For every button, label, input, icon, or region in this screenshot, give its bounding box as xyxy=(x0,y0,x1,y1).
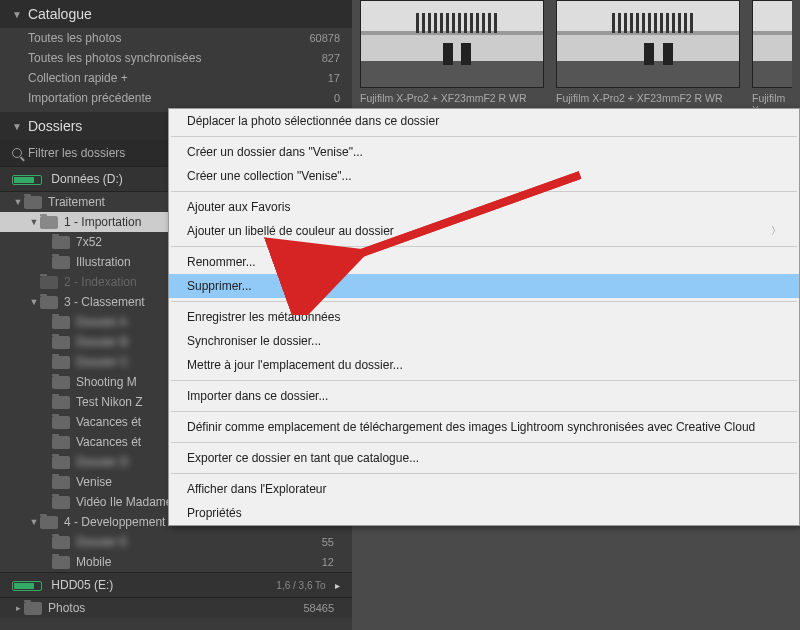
menu-show-explorer[interactable]: Afficher dans l'Explorateur xyxy=(169,477,799,501)
catalogue-quick-collection[interactable]: Collection rapide + 17 xyxy=(0,68,352,88)
catalogue-all-photos[interactable]: Toutes les photos 60878 xyxy=(0,28,352,48)
caret-down-icon: ▼ xyxy=(28,297,40,307)
menu-add-favorites[interactable]: Ajouter aux Favoris xyxy=(169,195,799,219)
menu-new-folder[interactable]: Créer un dossier dans "Venise"... xyxy=(169,140,799,164)
caret-right-icon: ▸ xyxy=(335,580,340,591)
thumbnail-1[interactable]: Fujifilm X-Pro2 + XF23mmF2 R WR xyxy=(360,0,544,116)
folder-icon xyxy=(24,602,42,615)
folder-icon xyxy=(52,476,70,489)
menu-save-metadata[interactable]: Enregistrer les métadonnées xyxy=(169,305,799,329)
caret-down-icon: ▼ xyxy=(28,217,40,227)
thumbnail-image xyxy=(556,0,740,88)
folder-icon xyxy=(52,316,70,329)
search-icon xyxy=(12,148,22,158)
folder-icon xyxy=(52,376,70,389)
menu-import-folder[interactable]: Importer dans ce dossier... xyxy=(169,384,799,408)
folder-icon xyxy=(24,196,42,209)
catalogue-title: Catalogue xyxy=(28,6,92,22)
folder-icon xyxy=(52,356,70,369)
catalogue-header[interactable]: ▼ Catalogue xyxy=(0,0,352,28)
caret-right-icon: ▸ xyxy=(12,603,24,613)
thumbnail-image xyxy=(360,0,544,88)
menu-update-location[interactable]: Mettre à jour l'emplacement du dossier..… xyxy=(169,353,799,377)
menu-move-photo[interactable]: Déplacer la photo sélectionnée dans ce d… xyxy=(169,109,799,133)
thumbnail-2[interactable]: Fujifilm X-Pro2 + XF23mmF2 R WR xyxy=(556,0,740,116)
caret-down-icon: ▼ xyxy=(12,197,24,207)
drive-e[interactable]: HDD05 (E:) 1,6 / 3,6 To ▸ xyxy=(0,572,352,598)
folder-icon xyxy=(52,436,70,449)
folder-icon xyxy=(52,396,70,409)
folder-icon xyxy=(52,236,70,249)
caret-down-icon: ▼ xyxy=(28,517,40,527)
menu-new-collection[interactable]: Créer une collection "Venise"... xyxy=(169,164,799,188)
catalogue-synced[interactable]: Toutes les photos synchronisées 827 xyxy=(0,48,352,68)
folder-icon xyxy=(40,296,58,309)
folder-photos-root[interactable]: ▸ Photos 58465 xyxy=(0,598,352,618)
menu-delete[interactable]: Supprimer... xyxy=(169,274,799,298)
submenu-arrow-icon: 〉 xyxy=(771,224,781,238)
disk-usage-icon xyxy=(12,175,42,185)
context-menu: Déplacer la photo sélectionnée dans ce d… xyxy=(168,108,800,526)
menu-rename[interactable]: Renommer... xyxy=(169,250,799,274)
menu-properties[interactable]: Propriétés xyxy=(169,501,799,525)
thumbnail-caption: Fujifilm X-Pro2 + XF23mmF2 R WR xyxy=(360,88,544,104)
folder-icon xyxy=(52,256,70,269)
caret-down-icon: ▼ xyxy=(12,121,22,132)
thumbnail-caption: Fujifilm X-Pro2 + XF23mmF2 R WR xyxy=(556,88,740,104)
dossiers-title: Dossiers xyxy=(28,118,82,134)
folder-icon xyxy=(40,276,58,289)
folder-icon xyxy=(52,416,70,429)
menu-set-cloud-location[interactable]: Définir comme emplacement de téléchargem… xyxy=(169,415,799,439)
menu-add-color-label[interactable]: Ajouter un libellé de couleur au dossier… xyxy=(169,219,799,243)
folder-blur-5[interactable]: Dossier E 55 xyxy=(0,532,352,552)
folder-icon xyxy=(52,556,70,569)
folder-icon xyxy=(40,516,58,529)
menu-export-catalog[interactable]: Exporter ce dossier en tant que catalogu… xyxy=(169,446,799,470)
thumbnail-image xyxy=(752,0,792,88)
folder-icon xyxy=(52,456,70,469)
folder-icon xyxy=(52,336,70,349)
folder-icon xyxy=(52,536,70,549)
disk-usage-icon xyxy=(12,581,42,591)
catalogue-prev-import[interactable]: Importation précédente 0 xyxy=(0,88,352,108)
caret-down-icon: ▼ xyxy=(12,9,22,20)
menu-sync-folder[interactable]: Synchroniser le dossier... xyxy=(169,329,799,353)
folder-icon xyxy=(52,496,70,509)
folder-mobile[interactable]: Mobile 12 xyxy=(0,552,352,572)
folder-icon xyxy=(40,216,58,229)
thumbnail-3[interactable]: Fujifilm X- xyxy=(752,0,792,116)
